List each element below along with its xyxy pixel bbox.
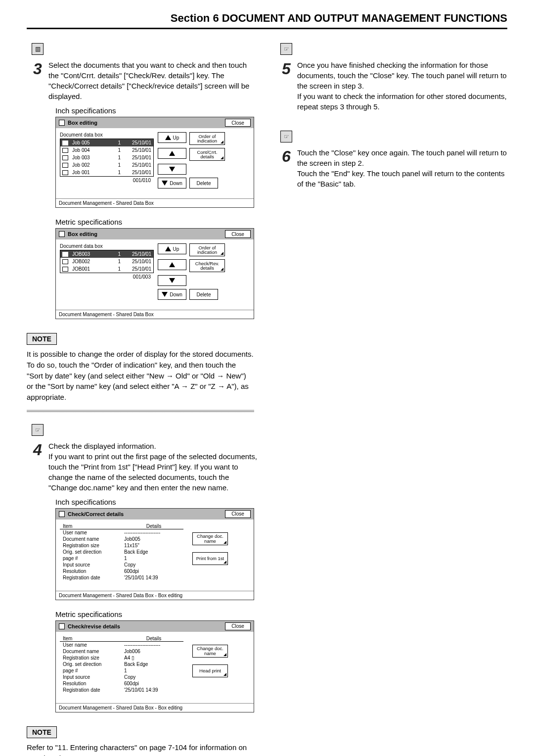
- step-4-text: Check the displayed information. If you …: [48, 441, 259, 493]
- step-number-4: 4: [27, 441, 48, 493]
- panel-title: Check/revise details: [68, 623, 120, 629]
- caption-inch: Inch specifications: [55, 106, 259, 115]
- check-details-inch: Check/Correct details Close ItemDetails …: [55, 508, 254, 600]
- panel-title: Check/Correct details: [68, 511, 124, 517]
- order-button[interactable]: Order of indication: [189, 132, 225, 145]
- close-button[interactable]: Close: [225, 510, 251, 518]
- counter: 001/003: [60, 273, 154, 280]
- doc-list[interactable]: JOB003125/10/01 JOB002125/10/01 JOB00112…: [60, 250, 154, 273]
- list-item[interactable]: Job 001125/10/01: [60, 169, 153, 176]
- scroll-down-button[interactable]: [158, 164, 186, 175]
- list-item[interactable]: Job 003125/10/01: [60, 154, 153, 161]
- list-label: Document data box: [60, 243, 154, 249]
- step-number-5: 5: [275, 60, 297, 112]
- breadcrumb: Document Management - Shared Data Box: [56, 198, 254, 207]
- scroll-up-button[interactable]: [158, 259, 186, 270]
- col-details: Details: [124, 523, 183, 529]
- close-button[interactable]: Close: [225, 622, 251, 630]
- doc-icon: ▥: [32, 43, 44, 55]
- counter: 001/010: [60, 177, 154, 183]
- touch-icon: ☞: [280, 43, 292, 55]
- triangle-up-icon: [169, 262, 175, 267]
- list-item[interactable]: Job 005125/10/01: [60, 139, 153, 146]
- list-item[interactable]: Job 004125/10/01: [60, 146, 153, 154]
- note-2-body: Refer to "11. Entering characters" on pa…: [27, 742, 254, 756]
- step-5: ☞: [275, 40, 507, 55]
- breadcrumb: Document Management - Shared Data Box: [56, 310, 254, 319]
- list-label: Document data box: [60, 132, 154, 138]
- left-column: ▥ 3 Select the documents that you want t…: [27, 40, 259, 756]
- change-docname-button[interactable]: Change doc. name: [192, 532, 228, 545]
- breadcrumb: Document Management - Shared Data Box - …: [56, 591, 254, 600]
- touch-icon: ☞: [32, 424, 44, 436]
- right-column: ☞ 5 Once you have finished checking the …: [275, 40, 507, 756]
- caption-metric: Metric specifications: [55, 218, 259, 226]
- delete-button[interactable]: Delete: [189, 178, 218, 189]
- list-item[interactable]: JOB002125/10/01: [60, 258, 153, 265]
- step-number-3: 3: [27, 60, 48, 101]
- box-editing-inch: Box editing Close Document data box Job …: [55, 117, 254, 208]
- triangle-down-icon: [169, 278, 175, 283]
- check-details-metric: Check/revise details Close ItemDetails U…: [55, 620, 254, 712]
- close-button[interactable]: Close: [225, 119, 251, 127]
- change-docname-button[interactable]: Change doc. name: [192, 645, 228, 658]
- step-3-text: Select the documents that you want to ch…: [48, 60, 259, 101]
- breadcrumb: Document Management - Shared Data Box - …: [56, 703, 254, 712]
- step-6-text: Touch the "Close" key once again. The to…: [297, 147, 507, 189]
- triangle-up-icon: [165, 246, 171, 251]
- col-details: Details: [124, 636, 183, 641]
- cont-crrt-button[interactable]: Cont/Crrt. details: [189, 148, 225, 161]
- col-item: Item: [60, 523, 124, 529]
- scroll-up-button[interactable]: [158, 148, 186, 159]
- down-button[interactable]: Down: [158, 289, 186, 300]
- section-title: Section 6 DOCUMENT AND OUTPUT MANAGEMENT…: [27, 12, 507, 29]
- divider: [27, 410, 254, 412]
- doc-list[interactable]: Job 005125/10/01 Job 004125/10/01 Job 00…: [60, 139, 154, 177]
- panel-icon: [59, 623, 65, 629]
- triangle-up-icon: [169, 151, 175, 156]
- list-item[interactable]: JOB003125/10/01: [60, 250, 153, 258]
- print-from-1st-button[interactable]: Print from 1st: [192, 552, 228, 565]
- up-button[interactable]: Up: [158, 243, 186, 254]
- caption-inch: Inch specifications: [55, 498, 259, 506]
- caption-metric: Metric specifications: [55, 610, 259, 618]
- triangle-down-icon: [162, 292, 168, 297]
- triangle-up-icon: [165, 135, 171, 140]
- down-button[interactable]: Down: [158, 178, 186, 189]
- step-3: ▥: [27, 40, 259, 55]
- note-label: NOTE: [27, 333, 57, 345]
- triangle-down-icon: [169, 167, 175, 172]
- triangle-down-icon: [162, 181, 168, 186]
- note-label: NOTE: [27, 726, 57, 738]
- order-button[interactable]: Order of indication: [189, 243, 225, 256]
- step-5-text: Once you have finished checking the info…: [297, 60, 507, 112]
- step-number-6: 6: [275, 147, 297, 189]
- check-rev-button[interactable]: Check/Rev. details: [189, 259, 225, 272]
- panel-icon: [59, 511, 65, 517]
- panel-icon: [59, 120, 65, 126]
- panel-icon: [59, 231, 65, 237]
- col-item: Item: [60, 636, 124, 641]
- box-editing-metric: Box editing Close Document data box JOB0…: [55, 228, 254, 319]
- delete-button[interactable]: Delete: [189, 289, 218, 300]
- touch-icon: ☞: [280, 131, 292, 142]
- scroll-down-button[interactable]: [158, 275, 186, 286]
- list-item[interactable]: Job 002125/10/01: [60, 161, 153, 169]
- head-print-button[interactable]: Head print: [192, 664, 228, 677]
- note-1-body: It is possible to change the order of di…: [27, 349, 254, 403]
- panel-title: Box editing: [68, 120, 97, 126]
- panel-title: Box editing: [68, 231, 97, 237]
- step-4: ☞: [27, 421, 259, 436]
- up-button[interactable]: Up: [158, 132, 186, 143]
- list-item[interactable]: JOB001125/10/01: [60, 265, 153, 273]
- step-6: ☞: [275, 128, 507, 142]
- close-button[interactable]: Close: [225, 230, 251, 238]
